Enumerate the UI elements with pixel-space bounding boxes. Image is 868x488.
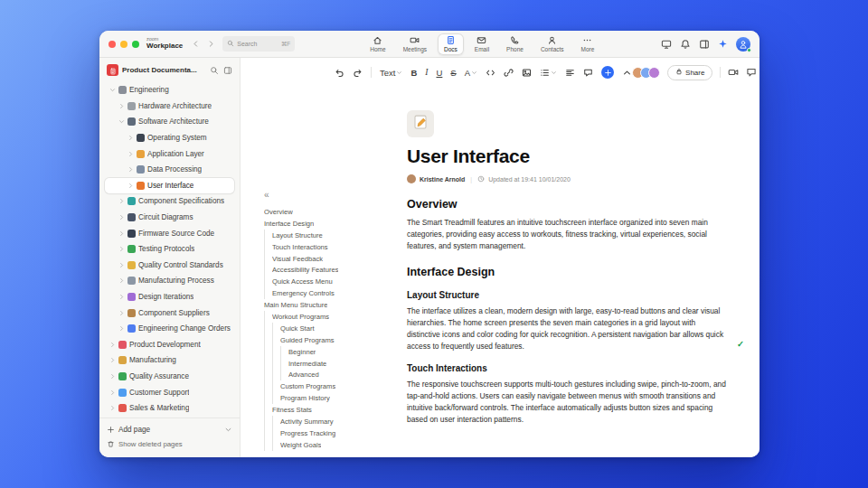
start-video-icon[interactable] xyxy=(728,67,739,78)
layout-panel-icon[interactable] xyxy=(699,39,710,50)
sidebar-item-component-suppliers[interactable]: Component Suppliers xyxy=(105,305,234,321)
outline-item-guided-programs[interactable]: Guided Programs xyxy=(260,334,383,346)
ai-companion-icon[interactable] xyxy=(718,39,728,49)
outline-item-overview[interactable]: Overview xyxy=(260,206,383,218)
chevron-right-icon[interactable] xyxy=(118,325,125,332)
chevron-right-icon[interactable] xyxy=(118,294,125,300)
minimize-window-button[interactable] xyxy=(120,41,127,48)
outline-item-beginner[interactable]: Beginner xyxy=(260,346,383,358)
sidebar-item-hardware-architecture[interactable]: Hardware Architecture xyxy=(105,99,234,115)
chevron-down-icon[interactable] xyxy=(108,87,116,93)
link-button[interactable] xyxy=(504,68,514,78)
chevron-right-icon[interactable] xyxy=(118,230,125,237)
outline-item-progress-tracking[interactable]: Progress Tracking xyxy=(260,427,383,439)
comment-button[interactable] xyxy=(583,68,593,78)
global-search-input[interactable]: Search ⌘F xyxy=(222,36,295,52)
chevron-right-icon[interactable] xyxy=(118,277,125,284)
maximize-window-button[interactable] xyxy=(132,41,139,48)
doc-heading[interactable]: Overview xyxy=(407,198,729,211)
italic-button[interactable]: I xyxy=(425,68,428,77)
bold-button[interactable]: B xyxy=(410,68,417,78)
outline-item-main-menu-structure[interactable]: Main Menu Structure xyxy=(260,299,383,311)
doc-paragraph[interactable]: The Smart Treadmill features an intuitiv… xyxy=(407,217,729,251)
outline-item-emergency-controls[interactable]: Emergency Controls xyxy=(260,287,383,299)
chevron-right-icon[interactable] xyxy=(127,183,134,189)
underline-button[interactable]: U xyxy=(436,68,442,78)
sidebar-item-testing-protocols[interactable]: Testing Protocols xyxy=(105,241,234,258)
collaborator-avatars[interactable] xyxy=(632,67,660,79)
outline-item-custom-programs[interactable]: Custom Programs xyxy=(260,380,383,392)
sidebar-item-component-specifications[interactable]: Component Specifications xyxy=(105,193,234,210)
outline-item-fitness-stats[interactable]: Fitness Stats xyxy=(260,404,383,416)
sidebar-item-design-iterations[interactable]: Design Iterations xyxy=(105,289,234,305)
tab-contacts[interactable]: Contacts xyxy=(534,33,571,55)
page-emoji-icon[interactable] xyxy=(407,110,434,137)
sidebar-item-manufacturing[interactable]: Manufacturing xyxy=(105,352,234,369)
tab-more[interactable]: More xyxy=(575,33,601,55)
outline-item-quick-access-menu[interactable]: Quick Access Menu xyxy=(260,276,383,287)
chevron-right-icon[interactable] xyxy=(118,198,125,204)
undo-button[interactable] xyxy=(335,68,344,78)
outline-item-intermediate[interactable]: Intermediate xyxy=(260,358,383,370)
page-title[interactable]: User Interface xyxy=(407,145,729,167)
share-button[interactable]: Share xyxy=(667,65,712,80)
outline-item-touch-interactions[interactable]: Touch Interactions xyxy=(260,241,383,253)
sidebar-item-firmware-source-code[interactable]: Firmware Source Code xyxy=(105,225,234,241)
chevron-right-icon[interactable] xyxy=(118,310,125,316)
sidebar-item-quality-control-standards[interactable]: Quality Control Standards xyxy=(105,258,234,274)
chevron-down-icon[interactable] xyxy=(224,426,232,434)
chevron-right-icon[interactable] xyxy=(108,357,116,363)
sidebar-item-software-architecture[interactable]: Software Architecture xyxy=(105,114,234,130)
collapse-outline-button[interactable]: « xyxy=(260,190,383,200)
sidebar-item-quality-assurance[interactable]: Quality Assurance xyxy=(105,369,234,385)
outline-item-program-history[interactable]: Program History xyxy=(260,392,383,404)
bullet-list-button[interactable] xyxy=(540,68,557,78)
chevron-right-icon[interactable] xyxy=(108,342,116,348)
sidebar-item-manufacturing-process[interactable]: Manufacturing Process xyxy=(105,273,234,289)
workspace-name[interactable]: Product Documenta... xyxy=(122,66,206,74)
outline-item-interface-design[interactable]: Interface Design xyxy=(260,218,383,230)
code-button[interactable] xyxy=(486,68,495,78)
back-icon[interactable] xyxy=(192,40,200,48)
collapse-toolbar-button[interactable] xyxy=(622,68,632,78)
chevron-right-icon[interactable] xyxy=(108,373,116,380)
doc-paragraph[interactable]: The responsive touchscreen supports mult… xyxy=(407,379,729,425)
close-window-button[interactable] xyxy=(108,41,116,48)
chevron-right-icon[interactable] xyxy=(108,405,116,411)
collapse-sidebar-icon[interactable] xyxy=(223,66,232,75)
sidebar-item-sales-marketing[interactable]: Sales & Marketing xyxy=(105,400,234,417)
chevron-right-icon[interactable] xyxy=(127,166,134,173)
chevron-right-icon[interactable] xyxy=(118,262,125,268)
text-style-button[interactable]: Text xyxy=(380,68,402,78)
sidebar-item-application-layer[interactable]: Application Layer xyxy=(105,145,234,162)
tab-phone[interactable]: Phone xyxy=(500,33,530,55)
add-page-button[interactable]: Add page xyxy=(107,422,232,436)
sidebar-item-engineering-change-orders[interactable]: Engineering Change Orders xyxy=(105,321,234,337)
chevron-right-icon[interactable] xyxy=(127,151,134,157)
chevron-down-icon[interactable] xyxy=(118,118,125,125)
doc-heading[interactable]: Layout Structure xyxy=(407,290,729,300)
tab-home[interactable]: Home xyxy=(363,33,392,55)
chevron-right-icon[interactable] xyxy=(118,214,125,221)
chevron-right-icon[interactable] xyxy=(108,389,116,396)
chevron-right-icon[interactable] xyxy=(118,103,125,109)
sidebar-item-circuit-diagrams[interactable]: Circuit Diagrams xyxy=(105,210,234,226)
doc-heading[interactable]: Interface Design xyxy=(407,266,729,278)
chevron-right-icon[interactable] xyxy=(118,246,125,252)
outline-item-quick-start[interactable]: Quick Start xyxy=(260,323,383,334)
document-page[interactable]: User Interface Kristine Arnold | Updated… xyxy=(383,87,760,457)
tab-meetings[interactable]: Meetings xyxy=(397,33,433,55)
collaborator-avatar[interactable] xyxy=(648,67,660,79)
comments-icon[interactable] xyxy=(746,67,757,78)
forward-icon[interactable] xyxy=(207,40,215,48)
chevron-right-icon[interactable] xyxy=(127,135,134,141)
sidebar-item-customer-support[interactable]: Customer Support xyxy=(105,384,234,400)
sidebar-item-product-development[interactable]: Product Development xyxy=(105,337,234,353)
image-button[interactable] xyxy=(522,68,532,78)
doc-paragraph[interactable]: The interface utilizes a clean, modern d… xyxy=(407,305,729,352)
redo-button[interactable] xyxy=(353,68,363,78)
outline-item-accessibility-features[interactable]: Accessibility Features xyxy=(260,264,383,276)
outline-item-layout-structure[interactable]: Layout Structure xyxy=(260,230,383,241)
align-button[interactable] xyxy=(565,68,575,78)
outline-item-workout-programs[interactable]: Workout Programs xyxy=(260,311,383,323)
